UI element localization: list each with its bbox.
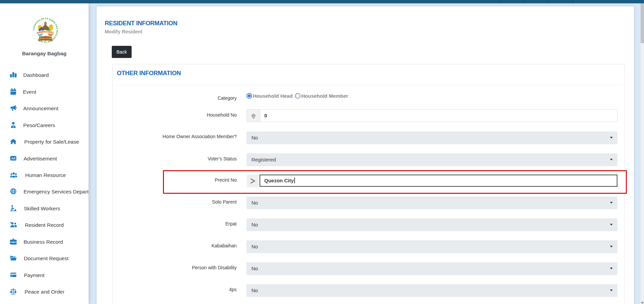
svg-text:Ad: Ad bbox=[11, 157, 15, 160]
svg-text:BARANGAY BAGBAG: BARANGAY BAGBAG bbox=[39, 38, 52, 39]
